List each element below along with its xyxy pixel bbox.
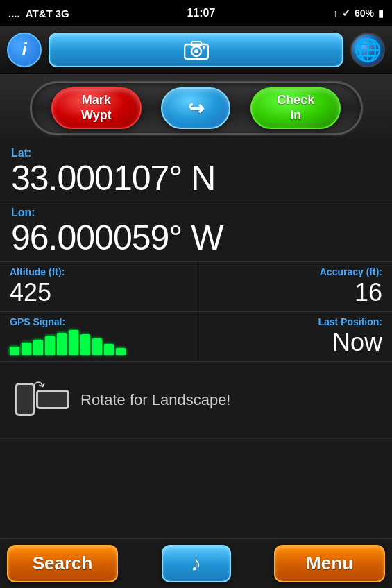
signal-dots: .... [8,8,23,19]
accuracy-value: 16 [206,277,382,307]
status-bar: .... AT&T 3G 11:07 ↑ ✓ 60% ▮ [0,0,392,26]
phone-portrait-icon [15,383,35,416]
bottom-bar: Search ♪ Menu [0,538,392,588]
last-position-value: Now [206,327,382,357]
globe-button[interactable]: 🌐 [350,33,385,67]
signal-bar [22,343,31,355]
latitude-section: Lat: 33.000107° N [0,143,392,202]
check-in-label: CheckIn [277,93,314,123]
controls-pill: MarkWypt ↪ CheckIn [30,81,363,135]
battery-icon: ▮ [378,8,384,19]
signal-bars [10,330,186,355]
longitude-label: Lon: [11,207,381,219]
signal-bar [116,348,126,355]
svg-point-2 [194,49,198,53]
gps-signal-cell: GPS Signal: [0,312,196,361]
latitude-value: 33.000107° N [11,159,381,198]
signal-bar [10,347,19,355]
last-position-label: Last Position: [206,316,382,327]
check-in-button[interactable]: CheckIn [250,87,341,129]
camera-icon [184,40,209,60]
rotate-text: Rotate for Landscape! [80,391,230,409]
altitude-accuracy-row: Altitude (ft): 425 Accuracy (ft): 16 [0,262,392,312]
top-bar: i 🌐 [0,26,392,74]
carrier-info: .... AT&T 3G [8,8,69,19]
info-button[interactable]: i [7,33,42,67]
mark-waypoint-button[interactable]: MarkWypt [51,87,142,129]
signal-bar [92,338,102,355]
signal-bar [80,334,90,355]
search-label: Search [33,553,93,574]
share-button[interactable]: ↪ [161,87,230,129]
rotate-device-icon: ↷ [14,376,69,424]
signal-bar [104,344,114,355]
music-note-icon: ♪ [191,552,201,576]
controls-row: MarkWypt ↪ CheckIn [0,74,392,143]
signal-bar [33,340,43,355]
svg-point-4 [203,46,205,49]
mark-waypoint-label: MarkWypt [81,93,112,123]
altitude-value: 425 [10,277,186,307]
menu-button[interactable]: Menu [274,545,385,582]
last-position-cell: Last Position: Now [196,312,392,361]
longitude-value: 96.000059° W [11,219,381,257]
network-type: 3G [56,8,69,19]
phone-landscape-icon [36,390,69,409]
search-button[interactable]: Search [7,545,118,582]
location-icon: ↑ [333,8,338,19]
camera-button[interactable] [49,33,343,67]
accuracy-label: Accuracy (ft): [206,266,382,277]
gps-data: Lat: 33.000107° N Lon: 96.000059° W Alti… [0,143,392,362]
latitude-label: Lat: [11,147,381,159]
signal-bar [45,336,55,355]
globe-icon: 🌐 [354,37,382,63]
altitude-cell: Altitude (ft): 425 [0,262,196,311]
carrier-name: AT&T [26,8,53,19]
rotate-banner: ↷ Rotate for Landscape! [0,362,392,439]
status-time: 11:07 [187,7,215,19]
status-indicators: ↑ ✓ 60% ▮ [333,8,384,19]
signal-bar [69,330,78,355]
longitude-section: Lon: 96.000059° W [0,202,392,262]
share-icon: ↪ [188,97,204,120]
music-button[interactable]: ♪ [162,545,231,582]
gps-signal-row: GPS Signal: Last Position: Now [0,312,392,362]
bluetooth-icon: ✓ [342,8,350,19]
signal-bar [57,333,67,355]
accuracy-cell: Accuracy (ft): 16 [196,262,392,311]
menu-label: Menu [306,553,353,574]
altitude-label: Altitude (ft): [10,266,186,277]
gps-signal-label: GPS Signal: [10,316,186,327]
battery-percent: 60% [355,8,374,19]
info-icon: i [22,39,26,60]
